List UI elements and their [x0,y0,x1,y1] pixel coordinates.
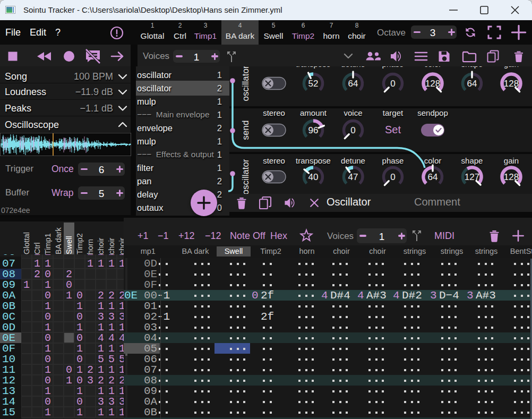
svg-text:52: 52 [308,79,319,89]
svg-text:Glottal: Glottal [22,232,31,254]
svg-text:96: 96 [308,125,319,135]
svg-text:0: 0 [350,125,355,135]
svg-text:47: 47 [348,172,358,182]
svg-text:BA dark: BA dark [54,227,63,254]
svg-text:127: 127 [465,172,479,182]
svg-text:Timp1: Timp1 [44,233,52,254]
svg-text:64: 64 [467,79,477,89]
svg-text:128: 128 [504,79,519,89]
svg-text:40: 40 [308,172,319,182]
svg-text:choir: choir [107,237,116,254]
svg-text:oscillator: oscillator [241,159,251,194]
svg-text:horn: horn [86,239,95,254]
svg-text:0: 0 [390,172,395,182]
svg-text:128: 128 [425,79,440,89]
svg-text:choir: choir [97,237,105,254]
svg-text:0: 0 [390,79,395,89]
svg-text:64: 64 [348,79,358,89]
svg-text:oscillator: oscillator [241,65,251,101]
svg-text:send: send [241,121,251,140]
svg-text:Timp2: Timp2 [75,233,84,254]
svg-text:choir: choir [118,237,126,254]
svg-text:64: 64 [428,172,438,182]
svg-text:128: 128 [504,172,519,182]
svg-text:Ctrl: Ctrl [33,242,41,254]
svg-text:Swell: Swell [65,236,73,254]
